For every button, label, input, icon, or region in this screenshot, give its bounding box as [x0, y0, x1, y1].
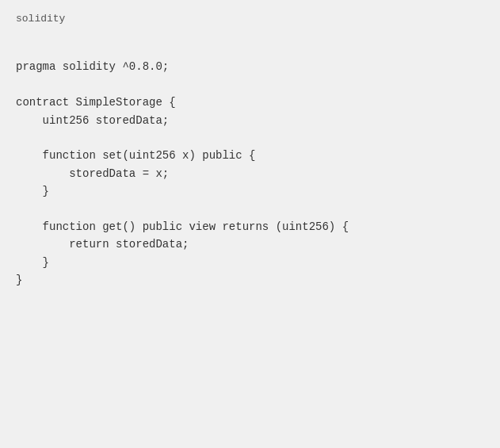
- code-container: solidity pragma solidity ^0.8.0; contrac…: [0, 0, 500, 448]
- code-line: contract SimpleStorage {: [16, 94, 484, 111]
- code-line: [16, 201, 484, 218]
- language-label: solidity: [16, 13, 484, 25]
- code-block: pragma solidity ^0.8.0; contract SimpleS…: [16, 40, 484, 289]
- code-line: uint256 storedData;: [16, 112, 484, 129]
- code-line: [16, 40, 484, 58]
- code-line: function set(uint256 x) public {: [16, 147, 484, 164]
- code-line: [16, 129, 484, 147]
- code-line: function get() public view returns (uint…: [16, 218, 484, 235]
- code-line: [16, 76, 484, 94]
- code-line: }: [16, 271, 484, 289]
- code-line: pragma solidity ^0.8.0;: [16, 58, 484, 75]
- code-line: }: [16, 182, 484, 200]
- code-line: }: [16, 254, 484, 271]
- code-line: return storedData;: [16, 235, 484, 253]
- code-line: storedData = x;: [16, 165, 484, 182]
